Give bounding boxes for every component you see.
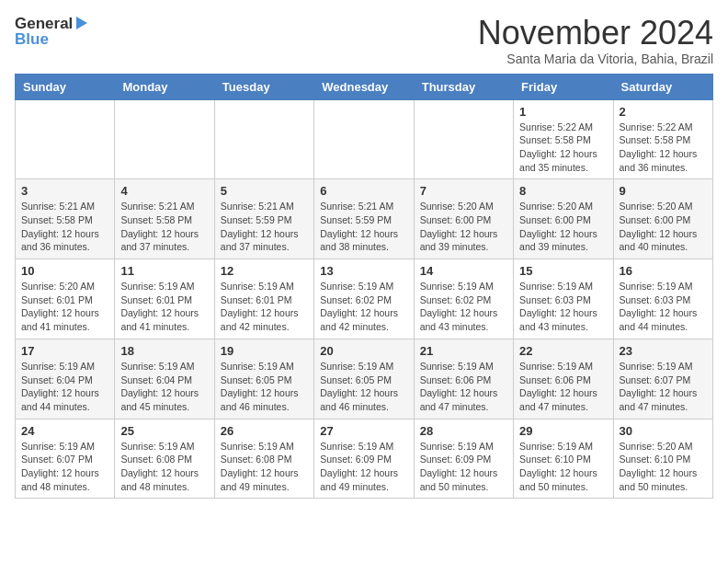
day-number: 3 — [21, 184, 108, 198]
cell-w4-d5: 21Sunrise: 5:19 AM Sunset: 6:06 PM Dayli… — [414, 339, 513, 419]
month-title: November 2024 — [478, 15, 713, 52]
day-info: Sunrise: 5:19 AM Sunset: 6:04 PM Dayligh… — [21, 360, 108, 414]
day-number: 14 — [420, 264, 507, 278]
cell-w2-d5: 7Sunrise: 5:20 AM Sunset: 6:00 PM Daylig… — [414, 179, 513, 259]
cell-w1-d4 — [314, 99, 414, 179]
cell-w2-d4: 6Sunrise: 5:21 AM Sunset: 5:59 PM Daylig… — [314, 179, 414, 259]
logo-general: General — [15, 16, 73, 31]
logo-blue: Blue — [15, 31, 89, 47]
cell-w4-d4: 20Sunrise: 5:19 AM Sunset: 6:05 PM Dayli… — [314, 339, 414, 419]
day-number: 9 — [620, 184, 707, 198]
day-number: 16 — [620, 264, 707, 278]
header-sunday: Sunday — [16, 74, 115, 99]
day-info: Sunrise: 5:19 AM Sunset: 6:06 PM Dayligh… — [519, 360, 607, 414]
cell-w5-d5: 28Sunrise: 5:19 AM Sunset: 6:09 PM Dayli… — [414, 419, 513, 499]
day-info: Sunrise: 5:21 AM Sunset: 5:58 PM Dayligh… — [21, 200, 108, 254]
cell-w5-d2: 25Sunrise: 5:19 AM Sunset: 6:08 PM Dayli… — [115, 419, 214, 499]
cell-w4-d2: 18Sunrise: 5:19 AM Sunset: 6:04 PM Dayli… — [115, 339, 214, 419]
cell-w4-d6: 22Sunrise: 5:19 AM Sunset: 6:06 PM Dayli… — [514, 339, 613, 419]
cell-w1-d1 — [16, 99, 115, 179]
day-number: 10 — [21, 264, 108, 278]
day-info: Sunrise: 5:19 AM Sunset: 6:10 PM Dayligh… — [519, 440, 607, 494]
week-row-4: 17Sunrise: 5:19 AM Sunset: 6:04 PM Dayli… — [16, 339, 713, 419]
day-number: 17 — [21, 344, 108, 358]
day-number: 5 — [221, 184, 308, 198]
day-number: 12 — [221, 264, 308, 278]
weekday-header-row: SundayMondayTuesdayWednesdayThursdayFrid… — [16, 74, 713, 99]
cell-w2-d6: 8Sunrise: 5:20 AM Sunset: 6:00 PM Daylig… — [514, 179, 613, 259]
header-friday: Friday — [514, 74, 613, 99]
location-subtitle: Santa Maria da Vitoria, Bahia, Brazil — [478, 52, 713, 66]
svg-marker-0 — [76, 17, 87, 29]
cell-w5-d1: 24Sunrise: 5:19 AM Sunset: 6:07 PM Dayli… — [16, 419, 115, 499]
day-info: Sunrise: 5:21 AM Sunset: 5:59 PM Dayligh… — [320, 200, 407, 254]
day-info: Sunrise: 5:19 AM Sunset: 6:01 PM Dayligh… — [221, 280, 308, 334]
day-number: 1 — [519, 105, 607, 119]
day-number: 15 — [519, 264, 607, 278]
day-info: Sunrise: 5:19 AM Sunset: 6:08 PM Dayligh… — [120, 440, 208, 494]
day-number: 13 — [320, 264, 407, 278]
day-number: 24 — [21, 424, 108, 438]
day-info: Sunrise: 5:19 AM Sunset: 6:03 PM Dayligh… — [519, 280, 607, 334]
day-info: Sunrise: 5:19 AM Sunset: 6:03 PM Dayligh… — [620, 280, 707, 334]
day-info: Sunrise: 5:19 AM Sunset: 6:05 PM Dayligh… — [320, 360, 407, 414]
day-info: Sunrise: 5:19 AM Sunset: 6:08 PM Dayligh… — [221, 440, 308, 494]
day-number: 25 — [120, 424, 208, 438]
day-number: 21 — [420, 344, 507, 358]
day-number: 26 — [221, 424, 308, 438]
day-info: Sunrise: 5:20 AM Sunset: 6:01 PM Dayligh… — [21, 280, 108, 334]
header-monday: Monday — [115, 74, 214, 99]
header-wednesday: Wednesday — [314, 74, 414, 99]
week-row-3: 10Sunrise: 5:20 AM Sunset: 6:01 PM Dayli… — [16, 259, 713, 339]
day-number: 27 — [320, 424, 407, 438]
day-number: 29 — [519, 424, 607, 438]
day-number: 30 — [620, 424, 707, 438]
day-info: Sunrise: 5:19 AM Sunset: 6:09 PM Dayligh… — [420, 440, 507, 494]
week-row-2: 3Sunrise: 5:21 AM Sunset: 5:58 PM Daylig… — [16, 179, 713, 259]
day-number: 18 — [120, 344, 208, 358]
day-number: 19 — [221, 344, 308, 358]
cell-w1-d2 — [115, 99, 214, 179]
day-number: 4 — [120, 184, 208, 198]
day-info: Sunrise: 5:22 AM Sunset: 5:58 PM Dayligh… — [620, 121, 707, 175]
day-info: Sunrise: 5:19 AM Sunset: 6:05 PM Dayligh… — [221, 360, 308, 414]
header-saturday: Saturday — [613, 74, 712, 99]
header-thursday: Thursday — [414, 74, 513, 99]
day-info: Sunrise: 5:19 AM Sunset: 6:09 PM Dayligh… — [320, 440, 407, 494]
day-number: 2 — [620, 105, 707, 119]
day-info: Sunrise: 5:19 AM Sunset: 6:02 PM Dayligh… — [420, 280, 507, 334]
cell-w1-d6: 1Sunrise: 5:22 AM Sunset: 5:58 PM Daylig… — [514, 99, 613, 179]
title-block: November 2024 Santa Maria da Vitoria, Ba… — [478, 15, 713, 66]
cell-w4-d7: 23Sunrise: 5:19 AM Sunset: 6:07 PM Dayli… — [613, 339, 712, 419]
day-info: Sunrise: 5:19 AM Sunset: 6:06 PM Dayligh… — [420, 360, 507, 414]
logo-triangle-icon — [73, 15, 89, 31]
cell-w3-d7: 16Sunrise: 5:19 AM Sunset: 6:03 PM Dayli… — [613, 259, 712, 339]
cell-w3-d1: 10Sunrise: 5:20 AM Sunset: 6:01 PM Dayli… — [16, 259, 115, 339]
day-info: Sunrise: 5:21 AM Sunset: 5:58 PM Dayligh… — [120, 200, 208, 254]
day-info: Sunrise: 5:21 AM Sunset: 5:59 PM Dayligh… — [221, 200, 308, 254]
cell-w3-d2: 11Sunrise: 5:19 AM Sunset: 6:01 PM Dayli… — [115, 259, 214, 339]
day-info: Sunrise: 5:20 AM Sunset: 6:00 PM Dayligh… — [519, 200, 607, 254]
day-info: Sunrise: 5:19 AM Sunset: 6:04 PM Dayligh… — [120, 360, 208, 414]
day-number: 8 — [519, 184, 607, 198]
header-tuesday: Tuesday — [214, 74, 313, 99]
day-info: Sunrise: 5:19 AM Sunset: 6:02 PM Dayligh… — [320, 280, 407, 334]
cell-w1-d5 — [414, 99, 513, 179]
week-row-1: 1Sunrise: 5:22 AM Sunset: 5:58 PM Daylig… — [16, 99, 713, 179]
logo: General Blue — [15, 15, 89, 47]
cell-w5-d3: 26Sunrise: 5:19 AM Sunset: 6:08 PM Dayli… — [214, 419, 313, 499]
day-number: 7 — [420, 184, 507, 198]
day-number: 28 — [420, 424, 507, 438]
day-number: 11 — [120, 264, 208, 278]
day-info: Sunrise: 5:19 AM Sunset: 6:01 PM Dayligh… — [120, 280, 208, 334]
cell-w2-d2: 4Sunrise: 5:21 AM Sunset: 5:58 PM Daylig… — [115, 179, 214, 259]
day-info: Sunrise: 5:20 AM Sunset: 6:00 PM Dayligh… — [420, 200, 507, 254]
cell-w5-d7: 30Sunrise: 5:20 AM Sunset: 6:10 PM Dayli… — [613, 419, 712, 499]
cell-w2-d1: 3Sunrise: 5:21 AM Sunset: 5:58 PM Daylig… — [16, 179, 115, 259]
day-info: Sunrise: 5:19 AM Sunset: 6:07 PM Dayligh… — [620, 360, 707, 414]
cell-w4-d3: 19Sunrise: 5:19 AM Sunset: 6:05 PM Dayli… — [214, 339, 313, 419]
cell-w5-d4: 27Sunrise: 5:19 AM Sunset: 6:09 PM Dayli… — [314, 419, 414, 499]
day-number: 6 — [320, 184, 407, 198]
cell-w3-d3: 12Sunrise: 5:19 AM Sunset: 6:01 PM Dayli… — [214, 259, 313, 339]
cell-w1-d7: 2Sunrise: 5:22 AM Sunset: 5:58 PM Daylig… — [613, 99, 712, 179]
